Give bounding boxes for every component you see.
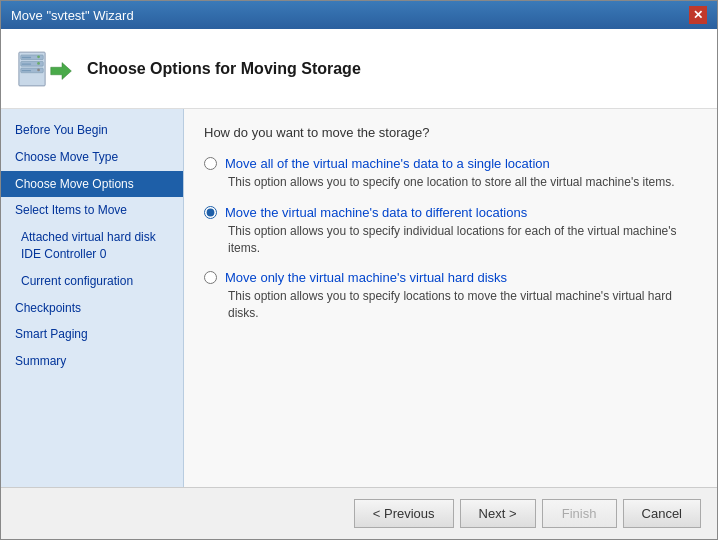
- finish-button[interactable]: Finish: [542, 499, 617, 528]
- sidebar-item-summary[interactable]: Summary: [1, 348, 183, 375]
- footer: < Previous Next > Finish Cancel: [1, 487, 717, 539]
- server-icon: [17, 47, 51, 91]
- option-different-radio[interactable]: [204, 206, 217, 219]
- sidebar-item-current-configuration[interactable]: Current configuration: [1, 268, 183, 295]
- option-vhd-desc: This option allows you to specify locati…: [204, 288, 697, 322]
- option-vhd-only: Move only the virtual machine's virtual …: [204, 270, 697, 322]
- next-button[interactable]: Next >: [460, 499, 536, 528]
- sidebar-item-attached-vhd[interactable]: Attached virtual hard disk IDE Controlle…: [1, 224, 183, 268]
- arrow-icon: [47, 57, 73, 85]
- close-button[interactable]: ✕: [689, 6, 707, 24]
- option-single-label[interactable]: Move all of the virtual machine's data t…: [204, 156, 697, 171]
- option-different-locations: Move the virtual machine's data to diffe…: [204, 205, 697, 257]
- svg-point-4: [37, 55, 40, 58]
- sidebar-item-select-items-to-move[interactable]: Select Items to Move: [1, 197, 183, 224]
- sidebar-item-smart-paging[interactable]: Smart Paging: [1, 321, 183, 348]
- question-text: How do you want to move the storage?: [204, 125, 697, 140]
- sidebar-item-choose-move-type[interactable]: Choose Move Type: [1, 144, 183, 171]
- options-group: Move all of the virtual machine's data t…: [204, 156, 697, 322]
- window-title: Move "svtest" Wizard: [11, 8, 134, 23]
- wizard-window: Move "svtest" Wizard ✕ Choose: [0, 0, 718, 540]
- sidebar-item-checkpoints[interactable]: Checkpoints: [1, 295, 183, 322]
- sidebar-item-before-you-begin[interactable]: Before You Begin: [1, 117, 183, 144]
- option-different-desc: This option allows you to specify indivi…: [204, 223, 697, 257]
- main-content: How do you want to move the storage? Mov…: [184, 109, 717, 487]
- option-vhd-label[interactable]: Move only the virtual machine's virtual …: [204, 270, 697, 285]
- option-single-desc: This option allows you to specify one lo…: [204, 174, 697, 191]
- sidebar: Before You Begin Choose Move Type Choose…: [1, 109, 184, 487]
- cancel-button[interactable]: Cancel: [623, 499, 701, 528]
- header-area: Choose Options for Moving Storage: [1, 29, 717, 109]
- option-single-title: Move all of the virtual machine's data t…: [225, 156, 550, 171]
- option-single-location: Move all of the virtual machine's data t…: [204, 156, 697, 191]
- svg-rect-9: [22, 69, 31, 70]
- sidebar-item-choose-move-options[interactable]: Choose Move Options: [1, 171, 183, 198]
- option-vhd-radio[interactable]: [204, 271, 217, 284]
- page-title: Choose Options for Moving Storage: [87, 60, 361, 78]
- svg-point-5: [37, 61, 40, 64]
- svg-rect-8: [22, 63, 31, 64]
- header-icon: [17, 41, 73, 97]
- option-single-radio[interactable]: [204, 157, 217, 170]
- title-bar: Move "svtest" Wizard ✕: [1, 1, 717, 29]
- content-area: Before You Begin Choose Move Type Choose…: [1, 109, 717, 487]
- svg-marker-10: [51, 62, 72, 79]
- option-vhd-title: Move only the virtual machine's virtual …: [225, 270, 507, 285]
- svg-point-6: [37, 68, 40, 71]
- previous-button[interactable]: < Previous: [354, 499, 454, 528]
- svg-rect-7: [22, 56, 31, 57]
- option-different-label[interactable]: Move the virtual machine's data to diffe…: [204, 205, 697, 220]
- option-different-title: Move the virtual machine's data to diffe…: [225, 205, 527, 220]
